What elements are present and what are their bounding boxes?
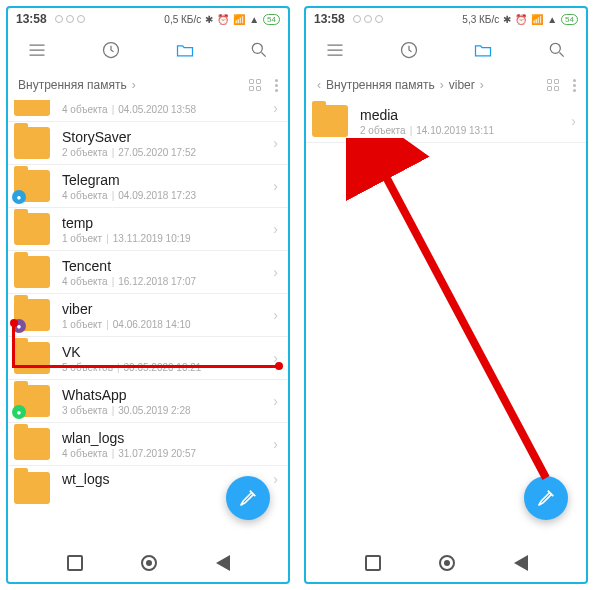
folder-tab-icon[interactable] [174,39,196,61]
status-net-speed: 0,5 КБ/с [164,14,201,25]
back-button[interactable] [514,555,528,571]
folder-name: StorySaver [62,129,273,145]
folder-row[interactable]: ●viber1 объект|04.06.2018 14:10› [8,294,288,337]
chevron-right-icon: › [273,436,278,452]
more-menu-icon[interactable] [275,79,278,92]
wifi-icon: 📶 [233,14,245,25]
chevron-right-icon: › [273,350,278,366]
search-icon[interactable] [248,39,270,61]
alarm-icon: ⏰ [217,14,229,25]
android-nav-bar [8,544,288,582]
status-notification-dots [55,15,85,23]
folder-tab-icon[interactable] [472,39,494,61]
folder-row[interactable]: wlan_logs4 объекта|31.07.2019 20:57› [8,423,288,466]
alarm-icon: ⏰ [515,14,527,25]
folder-meta: 2 объекта|14.10.2019 13:11 [360,125,571,136]
svg-point-1 [252,43,262,53]
home-button[interactable] [439,555,455,571]
folder-name: Tencent [62,258,273,274]
folder-icon [14,428,50,460]
folder-icon [14,213,50,245]
viber-badge-icon: ● [12,319,26,333]
breadcrumb[interactable]: ‹ Внутренняя память › viber › [306,70,586,100]
folder-icon [312,105,348,137]
folder-name: WhatsApp [62,387,273,403]
folder-name: media [360,107,571,123]
folder-icon: ● [14,299,50,331]
folder-row[interactable]: Tencent4 объекта|16.12.2018 17:07› [8,251,288,294]
chevron-right-icon: › [439,78,445,92]
toolbar [8,30,288,70]
folder-meta: 3 объекта|30.05.2019 2:28 [62,405,273,416]
breadcrumb[interactable]: Внутренняя память › [8,70,288,100]
folder-row[interactable]: media2 объекта|14.10.2019 13:11› [306,100,586,143]
home-button[interactable] [141,555,157,571]
folder-icon [14,256,50,288]
folder-meta: 4 объекта|31.07.2019 20:57 [62,448,273,459]
clean-fab[interactable] [226,476,270,520]
folder-meta: 4 объекта|16.12.2018 17:07 [62,276,273,287]
folder-name: Telegram [62,172,273,188]
folder-icon [14,472,50,504]
chevron-right-icon: › [273,178,278,194]
back-button[interactable] [216,555,230,571]
folder-row[interactable]: 4 объекта|04.05.2020 13:58› [8,100,288,122]
recent-icon[interactable] [100,39,122,61]
chevron-right-icon: › [273,307,278,323]
status-time: 13:58 [314,12,345,26]
clean-fab[interactable] [524,476,568,520]
folder-icon: ● [14,170,50,202]
recents-button[interactable] [67,555,83,571]
view-grid-icon[interactable] [547,79,559,91]
bluetooth-icon: ✱ [205,14,213,25]
folder-meta: 1 объект|04.06.2018 14:10 [62,319,273,330]
folder-name: temp [62,215,273,231]
wa-badge-icon: ● [12,405,26,419]
breadcrumb-root[interactable]: Внутренняя память [326,78,435,92]
folder-name: VK [62,344,273,360]
folder-row[interactable]: ●Telegram4 объекта|04.09.2018 17:23› [8,165,288,208]
tg-badge-icon: ● [12,190,26,204]
folder-icon [14,100,50,116]
status-bar: 13:58 0,5 КБ/с ✱ ⏰ 📶 ▲ 54 [8,8,288,30]
breadcrumb-sub[interactable]: viber [449,78,475,92]
folder-meta: 1 объект|13.11.2019 10:19 [62,233,273,244]
view-grid-icon[interactable] [249,79,261,91]
folder-meta: 2 объекта|27.05.2020 17:52 [62,147,273,158]
search-icon[interactable] [546,39,568,61]
chevron-right-icon: › [273,393,278,409]
battery-icon: 54 [263,14,280,25]
folder-row[interactable]: ●WhatsApp3 объекта|30.05.2019 2:28› [8,380,288,423]
folder-row[interactable]: VK5 объектов|30.05.2020 10:21› [8,337,288,380]
folder-meta: 5 объектов|30.05.2020 10:21 [62,362,273,373]
battery-icon: 54 [561,14,578,25]
toolbar [306,30,586,70]
status-net-speed: 5,3 КБ/с [462,14,499,25]
folder-icon [14,342,50,374]
svg-point-3 [550,43,560,53]
menu-icon[interactable] [324,39,346,61]
menu-icon[interactable] [26,39,48,61]
recents-button[interactable] [365,555,381,571]
folder-icon: ● [14,385,50,417]
status-time: 13:58 [16,12,47,26]
phone-left: 13:58 0,5 КБ/с ✱ ⏰ 📶 ▲ 54 Внутренняя пам… [6,6,290,584]
chevron-right-icon: › [571,113,576,129]
android-nav-bar [306,544,586,582]
chevron-right-icon: › [273,100,278,116]
breadcrumb-root[interactable]: Внутренняя память [18,78,127,92]
chevron-left-icon[interactable]: ‹ [316,78,322,92]
folder-name: viber [62,301,273,317]
folder-meta: 4 объекта|04.09.2018 17:23 [62,190,273,201]
wifi-icon: 📶 [531,14,543,25]
recent-icon[interactable] [398,39,420,61]
more-menu-icon[interactable] [573,79,576,92]
bluetooth-icon: ✱ [503,14,511,25]
folder-row[interactable]: StorySaver2 объекта|27.05.2020 17:52› [8,122,288,165]
folder-row[interactable]: temp1 объект|13.11.2019 10:19› [8,208,288,251]
chevron-right-icon: › [273,135,278,151]
signal-icon: ▲ [249,14,259,25]
signal-icon: ▲ [547,14,557,25]
folder-icon [14,127,50,159]
chevron-right-icon: › [273,221,278,237]
